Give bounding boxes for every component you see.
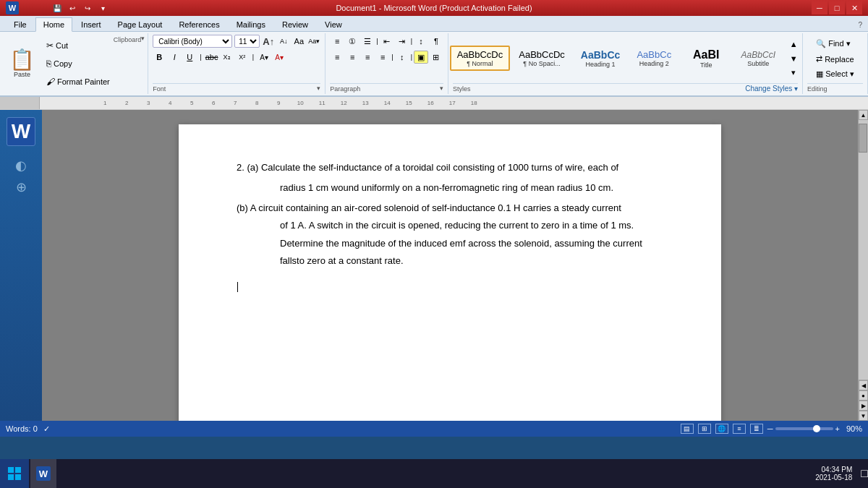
scroll-next-page[interactable]: ▶ [859,401,868,411]
show-formatting-button[interactable]: ¶ [429,35,443,48]
styles-scroll-up[interactable]: ▲ [786,37,801,51]
vertical-scrollbar[interactable]: ▲ ◀ ● ▶ ▼ [858,110,868,421]
increase-indent-button[interactable]: ⇥ [395,35,409,48]
paste-label: Paste [14,71,30,78]
replace-icon: ⇄ [816,54,822,64]
restore-button[interactable]: □ [829,1,845,14]
superscript-button[interactable]: X² [236,51,249,64]
zoom-thumb[interactable] [813,425,820,432]
scroll-down-button[interactable]: ▼ [859,411,868,421]
spell-check-icon[interactable]: ✓ [43,424,50,434]
style-heading2[interactable]: AaBbCc Heading 2 [629,46,679,71]
style-normal[interactable]: AaBbCcDc ¶ Normal [450,46,511,71]
align-center-button[interactable]: ≡ [345,51,359,64]
tab-page-layout[interactable]: Page Layout [110,17,171,31]
sort-button[interactable]: ↕ [414,35,428,48]
align-left-button[interactable]: ≡ [330,51,344,64]
change-styles-button[interactable]: Change Styles ▾ [745,85,798,93]
ruler-mark-5: 5 [181,100,203,106]
bullets-button[interactable]: ≡ [330,35,344,48]
undo-quick-btn[interactable]: ↩ [66,1,79,14]
paragraph-expand[interactable]: ▾ [440,85,443,92]
document-content[interactable]: 2. (a) Calculate the self-inductance of … [237,160,678,294]
tab-mailings[interactable]: Mailings [229,17,273,31]
zoom-out-button[interactable]: ─ [767,424,773,433]
words-count[interactable]: Words: 0 [6,424,38,433]
save-quick-btn[interactable]: 💾 [51,1,64,14]
notification-button[interactable]: □ [861,467,868,480]
style-subtitle[interactable]: AaBbCcI Subtitle [733,46,783,71]
zoom-in-button[interactable]: + [835,424,840,433]
replace-button[interactable]: ⇄ Replace [813,53,856,65]
styles-scroll-down[interactable]: ▼ [786,51,801,66]
zoom-level[interactable]: 90% [842,424,862,433]
decrease-indent-button[interactable]: ⇤ [380,35,394,48]
editing-group-label: Editing [807,84,827,93]
bold-button[interactable]: B [153,51,166,64]
paste-button[interactable]: 📋 Paste [3,35,41,93]
minimize-button[interactable]: ─ [812,1,827,14]
clipboard-expand[interactable]: ▾ [141,35,145,93]
cut-button[interactable]: ✂ Cut [44,40,112,51]
format-painter-button[interactable]: 🖌 Format Painter [44,76,112,87]
subscript-button[interactable]: X₂ [221,51,234,64]
print-layout-btn[interactable]: ▤ [681,424,694,434]
style-no-spacing[interactable]: AaBbCcDc ¶ No Spaci... [511,46,572,71]
web-layout-btn[interactable]: 🌐 [715,424,728,434]
draft-btn[interactable]: ≣ [750,424,763,434]
justify-button[interactable]: ≡ [375,51,390,64]
ruler-mark-14: 14 [376,100,398,106]
start-button[interactable] [0,459,29,488]
tab-review[interactable]: Review [274,17,316,31]
help-icon[interactable]: ? [858,21,862,29]
tab-references[interactable]: References [171,17,227,31]
document-area[interactable]: 2. (a) Calculate the self-inductance of … [42,110,858,421]
document[interactable]: 2. (a) Calculate the self-inductance of … [179,124,721,421]
scroll-track[interactable] [859,120,868,380]
zoom-slider[interactable] [775,427,833,430]
redo-quick-btn[interactable]: ↪ [81,1,94,14]
style-title[interactable]: AaBI Title [681,45,731,72]
copy-button[interactable]: ⎘ Copy [44,58,112,69]
tab-home[interactable]: Home [35,17,72,32]
style-heading1[interactable]: AaBbCc Heading 1 [574,46,627,72]
scroll-up-button[interactable]: ▲ [859,110,868,120]
underline-button[interactable]: U [183,51,196,64]
multilevel-button[interactable]: ☰ [360,35,375,48]
scroll-select-obj[interactable]: ● [859,390,868,401]
text-highlight-button[interactable]: A▾ [258,51,271,64]
find-button[interactable]: 🔍 Find ▾ [813,38,853,50]
scroll-thumb[interactable] [859,124,867,153]
scroll-prev-page[interactable]: ◀ [859,380,868,390]
full-screen-btn[interactable]: ⊞ [698,424,711,434]
sidebar-btn-2[interactable]: ⊕ [16,179,27,195]
tab-insert[interactable]: Insert [73,17,109,31]
tab-file[interactable]: File [6,17,35,31]
svg-rect-1 [15,467,21,473]
align-right-button[interactable]: ≡ [360,51,375,64]
doc-paragraph-6: fallsto zero at a constant rate. [280,254,678,268]
select-button[interactable]: ▦ Select ▾ [813,68,857,80]
styles-more[interactable]: ▾ [786,66,801,80]
font-color-button[interactable]: A▾ [273,51,286,64]
shading-button[interactable]: ▣ [414,51,428,64]
close-button[interactable]: ✕ [846,1,862,14]
taskbar-word-item[interactable]: W [30,459,56,488]
change-case-button[interactable]: Aa▾ [307,35,320,48]
font-expand[interactable]: ▾ [317,85,320,92]
outline-btn[interactable]: ≡ [733,424,746,434]
font-shrink-button[interactable]: A↓ [277,35,290,48]
italic-button[interactable]: I [168,51,181,64]
tab-view[interactable]: View [317,17,350,31]
strikethrough-button[interactable]: abc [205,51,218,64]
zoom-control: ─ + 90% [767,424,862,433]
numbering-button[interactable]: ① [345,35,359,48]
font-size-select[interactable]: 11 [234,35,260,48]
line-spacing-button[interactable]: ↕ [395,51,409,64]
more-quick-btn[interactable]: ▾ [96,1,109,14]
font-family-select[interactable]: Calibri (Body) [153,35,232,48]
font-grow-button[interactable]: A↑ [262,35,275,48]
borders-button[interactable]: ⊞ [429,51,443,64]
sidebar-btn-1[interactable]: ◐ [15,158,27,174]
clear-format-button[interactable]: Aa [292,35,305,48]
